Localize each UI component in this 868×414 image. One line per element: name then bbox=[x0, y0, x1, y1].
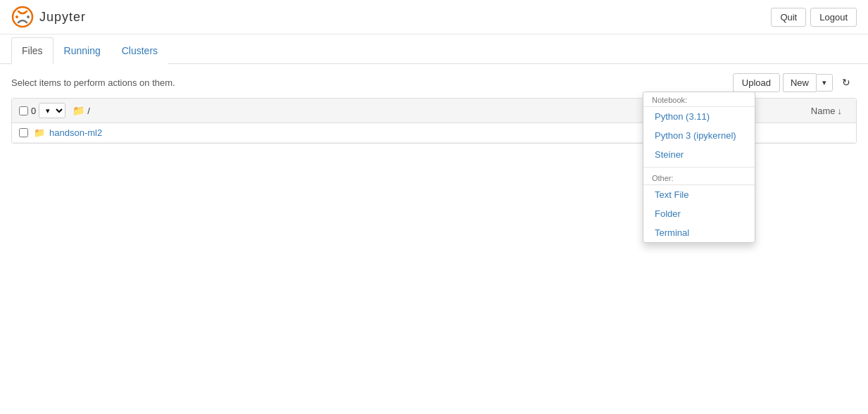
header: Jupyter Quit Logout bbox=[0, 0, 868, 34]
new-dropdown-toggle[interactable]: ▾ bbox=[816, 74, 833, 92]
sort-icon: ↓ bbox=[838, 106, 843, 116]
file-link[interactable]: 📁 handson-ml2 bbox=[34, 127, 102, 138]
svg-point-2 bbox=[27, 15, 30, 18]
select-hint: Select items to perform actions on them. bbox=[11, 77, 175, 88]
tab-running[interactable]: Running bbox=[54, 37, 111, 64]
tab-clusters[interactable]: Clusters bbox=[111, 37, 168, 64]
new-dropdown-menu: Notebook: Python (3.11) Python 3 (ipyker… bbox=[643, 92, 755, 144]
breadcrumb-folder-icon: 📁 bbox=[73, 105, 84, 116]
quit-button[interactable]: Quit bbox=[771, 8, 806, 27]
upload-button[interactable]: Upload bbox=[733, 73, 780, 92]
tab-files[interactable]: Files bbox=[11, 37, 54, 64]
item-count: 0 bbox=[31, 106, 36, 116]
app-title: Jupyter bbox=[39, 10, 86, 25]
jupyter-logo-icon bbox=[11, 6, 34, 28]
dropdown-item-python311[interactable]: Python (3.11) bbox=[643, 107, 755, 126]
header-check-area: 0 ▾ bbox=[19, 103, 65, 118]
refresh-button[interactable]: ↻ bbox=[836, 73, 857, 92]
new-button-group: New ▾ bbox=[783, 73, 833, 92]
name-column-header[interactable]: Name ↓ bbox=[811, 106, 849, 116]
dropdown-item-python3-ipykernel[interactable]: Python 3 (ipykernel) bbox=[643, 126, 755, 144]
main-tabs: Files Running Clusters bbox=[0, 37, 868, 64]
file-name: handson-ml2 bbox=[49, 127, 102, 138]
logo: Jupyter bbox=[11, 6, 86, 28]
breadcrumb-path: / bbox=[87, 106, 90, 116]
select-all-checkbox[interactable] bbox=[19, 106, 28, 115]
svg-point-1 bbox=[15, 15, 18, 18]
row-checkbox[interactable] bbox=[19, 128, 28, 137]
notebook-section-label: Notebook: bbox=[643, 92, 755, 107]
logout-button[interactable]: Logout bbox=[810, 8, 857, 27]
header-actions: Quit Logout bbox=[771, 8, 857, 27]
actions-select[interactable]: ▾ bbox=[39, 103, 65, 118]
toolbar-actions: Upload New ▾ ↻ bbox=[733, 73, 857, 92]
folder-icon: 📁 bbox=[34, 127, 45, 138]
new-button[interactable]: New bbox=[783, 73, 816, 92]
